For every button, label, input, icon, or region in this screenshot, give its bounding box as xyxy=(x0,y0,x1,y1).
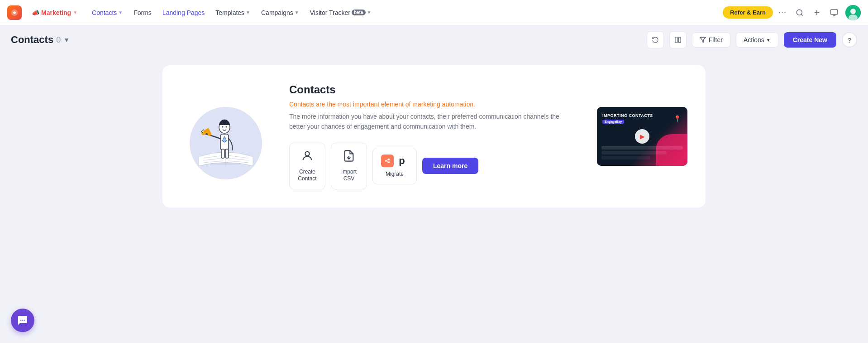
svg-point-31 xyxy=(22,320,24,321)
beta-badge: beta xyxy=(352,10,366,15)
empty-state-description: The more information you have about your… xyxy=(289,111,561,132)
svg-rect-6 xyxy=(675,37,677,43)
video-screen-mock xyxy=(601,146,683,159)
map-pin-icon: 📍 xyxy=(673,115,681,122)
svg-point-1 xyxy=(796,10,802,15)
marketing-icon: 📣 xyxy=(32,9,39,16)
marketing-label: Marketing xyxy=(41,9,71,16)
empty-state-subtitle: Contacts are the most important element … xyxy=(289,101,579,108)
import-csv-icon xyxy=(343,150,355,165)
notifications-button[interactable] xyxy=(826,5,842,20)
main-content: Contacts Contacts are the most important… xyxy=(0,54,868,218)
migrate-icons: p xyxy=(381,155,408,167)
user-avatar[interactable] xyxy=(845,5,861,20)
svg-point-25 xyxy=(388,158,390,160)
svg-point-4 xyxy=(850,9,856,14)
svg-point-30 xyxy=(20,320,22,321)
migrate-card[interactable]: p Migrate xyxy=(372,148,417,185)
svg-line-28 xyxy=(387,159,388,160)
templates-chevron-icon: ▼ xyxy=(246,10,250,15)
campaigns-chevron-icon: ▼ xyxy=(295,10,299,15)
video-title-text: IMPORTING CONTACTS xyxy=(602,112,653,119)
actions-button[interactable]: Actions ▼ xyxy=(736,32,778,48)
svg-point-26 xyxy=(388,161,390,163)
columns-button[interactable] xyxy=(669,31,687,48)
svg-rect-22 xyxy=(225,149,229,158)
illustration-svg xyxy=(190,98,262,175)
page-title-area: Contacts 0 ▼ xyxy=(11,34,70,46)
refresh-button[interactable] xyxy=(647,31,664,48)
more-options-button[interactable]: ··· xyxy=(775,6,790,19)
actions-chevron-icon: ▼ xyxy=(766,38,771,43)
title-chevron-icon[interactable]: ▼ xyxy=(63,36,70,43)
action-buttons-row: CreateContact ImportCSV xyxy=(289,143,579,189)
import-csv-label: ImportCSV xyxy=(341,169,357,183)
svg-marker-8 xyxy=(700,38,706,43)
nav-visitor-tracker[interactable]: Visitor Tracker beta ▼ xyxy=(305,6,376,19)
contacts-chevron-icon: ▼ xyxy=(118,10,123,15)
add-button[interactable] xyxy=(809,5,825,20)
subheader: Contacts 0 ▼ Filter Actions ▼ Create New… xyxy=(0,25,868,54)
marketing-chevron-icon: ▼ xyxy=(73,10,77,15)
video-play-button[interactable]: ▶ xyxy=(635,129,649,144)
visitor-tracker-chevron-icon: ▼ xyxy=(367,10,372,15)
svg-point-20 xyxy=(226,126,227,127)
nav-contacts[interactable]: Contacts ▼ xyxy=(87,6,127,19)
nav-landing-pages[interactable]: Landing Pages xyxy=(158,6,209,19)
nav-templates[interactable]: Templates ▼ xyxy=(211,6,255,19)
refer-earn-button[interactable]: Refer & Earn xyxy=(723,6,773,19)
nav-campaigns[interactable]: Campaigns ▼ xyxy=(257,6,304,19)
svg-line-29 xyxy=(387,161,388,162)
svg-point-23 xyxy=(305,151,309,155)
video-thumbnail[interactable]: 📍 IMPORTING CONTACTS EngageBay ▶ xyxy=(597,107,687,166)
filter-button[interactable]: Filter xyxy=(692,32,730,48)
svg-rect-21 xyxy=(221,149,224,158)
create-new-button[interactable]: Create New xyxy=(784,32,836,48)
content-area: Contacts Contacts are the most important… xyxy=(289,83,579,189)
svg-point-19 xyxy=(222,126,224,127)
create-contact-icon xyxy=(301,150,314,165)
help-button[interactable]: ? xyxy=(842,32,857,48)
pipedrive-icon: p xyxy=(396,155,408,167)
svg-rect-2 xyxy=(831,10,838,14)
svg-rect-7 xyxy=(678,37,681,43)
video-brand-badge: EngageBay xyxy=(602,120,624,124)
search-button[interactable] xyxy=(792,5,807,20)
empty-state-title: Contacts xyxy=(289,83,579,96)
illustration-area xyxy=(181,93,271,179)
svg-point-32 xyxy=(24,320,25,321)
page-title: Contacts xyxy=(11,34,53,46)
create-contact-card[interactable]: CreateContact xyxy=(289,143,325,189)
svg-point-27 xyxy=(385,160,387,162)
nav-forms[interactable]: Forms xyxy=(129,6,156,19)
hubspot-icon xyxy=(381,155,394,167)
import-csv-card[interactable]: ImportCSV xyxy=(331,143,367,189)
empty-state-card: Contacts Contacts are the most important… xyxy=(162,65,706,208)
migrate-label: Migrate xyxy=(386,171,404,178)
create-contact-label: CreateContact xyxy=(298,169,316,183)
logo[interactable] xyxy=(7,5,22,20)
chat-bubble-button[interactable] xyxy=(11,309,34,332)
navbar: 📣 Marketing ▼ Contacts ▼ Forms Landing P… xyxy=(0,0,868,25)
learn-more-button[interactable]: Learn more xyxy=(422,158,478,174)
contact-count: 0 xyxy=(56,35,61,45)
nav-marketing-menu[interactable]: 📣 Marketing ▼ xyxy=(27,6,82,19)
